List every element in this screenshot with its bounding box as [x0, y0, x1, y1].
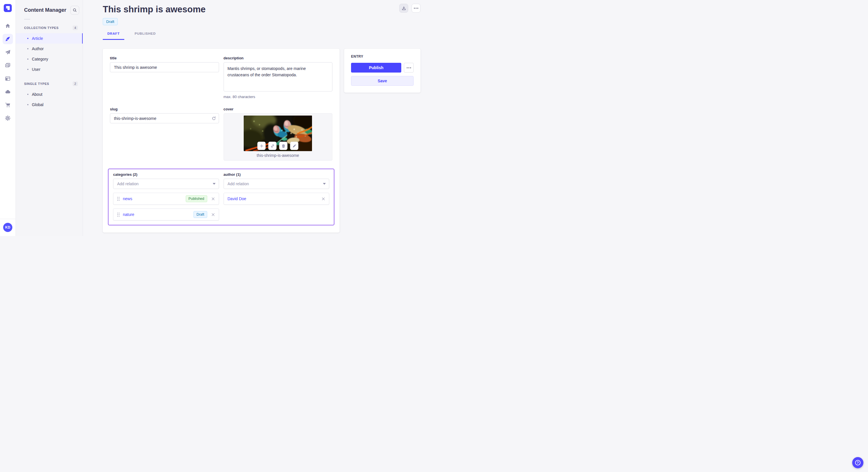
cover-label: cover	[224, 107, 333, 111]
bullet-icon	[27, 69, 28, 70]
slug-input[interactable]	[110, 113, 219, 123]
relation-status-badge: Published	[186, 195, 207, 202]
remove-relation-button[interactable]	[321, 197, 325, 201]
strapi-logo-icon	[4, 4, 12, 12]
user-avatar[interactable]: KD	[3, 223, 12, 232]
save-button[interactable]: Save	[351, 76, 414, 86]
field-description: description Mantis shrimps, or stomatopo…	[224, 56, 333, 99]
add-asset-button[interactable]	[257, 142, 266, 150]
section-label-single-types: SINGLE TYPES	[24, 82, 49, 86]
more-options-button[interactable]	[412, 4, 421, 12]
relation-link-nature[interactable]: nature	[123, 212, 134, 217]
layout-icon[interactable]	[3, 73, 13, 84]
divider-dash	[24, 19, 30, 20]
author-combobox	[224, 179, 330, 189]
status-badge: Draft	[103, 18, 118, 25]
version-tabs: DRAFT PUBLISHED	[103, 32, 421, 40]
relation-row-nature: nature Draft	[113, 208, 219, 221]
content-manager-sidebar: Content Manager COLLECTION TYPES 4 Artic…	[16, 0, 83, 236]
title-label: title	[110, 56, 219, 60]
categories-add-relation-input[interactable]	[113, 179, 219, 189]
publish-button[interactable]: Publish	[351, 63, 401, 72]
media-library-icon[interactable]	[3, 60, 13, 71]
sidebar-item-about[interactable]: About	[16, 89, 83, 100]
bullet-icon	[27, 38, 28, 39]
field-title: title	[110, 56, 219, 99]
cart-icon[interactable]	[3, 100, 13, 110]
description-hint: max. 80 characters	[224, 95, 333, 99]
slug-label: slug	[110, 107, 219, 111]
description-label: description	[224, 56, 333, 60]
relation-link-news[interactable]: news	[123, 196, 132, 201]
remove-relation-button[interactable]	[211, 197, 215, 201]
edit-asset-button[interactable]	[290, 142, 299, 150]
home-icon[interactable]	[3, 21, 13, 31]
entry-panel-title: ENTRY	[351, 55, 414, 59]
entry-more-button[interactable]	[404, 63, 414, 72]
bullet-icon	[27, 104, 28, 105]
author-add-relation-input[interactable]	[224, 179, 330, 189]
tab-draft[interactable]: DRAFT	[103, 32, 124, 40]
edit-form-card: title description Mantis shrimps, or sto…	[103, 49, 340, 233]
bullet-icon	[27, 94, 28, 95]
chevron-down-icon	[213, 183, 216, 185]
relation-link-david-doe[interactable]: David Doe	[228, 196, 246, 201]
import-export-button[interactable]	[399, 4, 408, 12]
bullet-icon	[27, 48, 28, 49]
field-slug: slug	[110, 107, 219, 161]
page-title: This shrimp is awesome	[103, 4, 421, 14]
relation-row-david-doe: David Doe	[224, 193, 330, 205]
more-horizontal-icon	[407, 67, 411, 68]
author-label: author (1)	[224, 172, 330, 177]
chevron-down-icon	[323, 183, 326, 185]
regenerate-slug-button[interactable]	[210, 114, 218, 122]
download-icon	[402, 6, 406, 11]
settings-gear-icon[interactable]	[3, 113, 13, 123]
relations-section: categories (2) news	[108, 169, 334, 225]
main-nav: KD	[0, 0, 16, 236]
cover-card: this-shrimp-is-awesome	[224, 113, 333, 161]
sidebar-item-article[interactable]: Article	[16, 33, 83, 43]
drag-handle-icon[interactable]	[117, 197, 120, 201]
more-horizontal-icon	[414, 8, 418, 9]
sidebar-item-global[interactable]: Global	[16, 100, 83, 110]
field-author: author (1) David Doe	[224, 172, 330, 221]
field-cover: cover	[224, 107, 333, 161]
tab-published[interactable]: PUBLISHED	[130, 32, 160, 40]
refresh-icon	[212, 116, 216, 121]
sidebar-item-user[interactable]: User	[16, 64, 83, 74]
field-categories: categories (2) news	[113, 172, 219, 221]
plus-icon	[259, 144, 264, 148]
sidebar-item-category[interactable]: Category	[16, 54, 83, 64]
section-label-collection-types: COLLECTION TYPES	[24, 26, 59, 30]
relation-status-badge: Draft	[193, 211, 207, 218]
subnav-title: Content Manager	[24, 7, 66, 13]
close-icon	[321, 197, 325, 201]
delete-asset-button[interactable]	[279, 142, 288, 150]
close-icon	[211, 213, 215, 216]
cover-filename: this-shrimp-is-awesome	[257, 153, 299, 158]
relation-row-news: news Published	[113, 193, 219, 205]
title-input[interactable]	[110, 62, 219, 72]
entry-panel: ENTRY Publish Save	[344, 49, 421, 93]
description-textarea[interactable]: Mantis shrimps, or stomatopods, are mari…	[224, 62, 333, 92]
trash-icon	[281, 144, 285, 148]
divider	[0, 219, 16, 219]
cloud-icon[interactable]	[3, 87, 13, 97]
send-icon[interactable]	[3, 47, 13, 57]
close-icon	[211, 197, 215, 201]
main-content: This shrimp is awesome Draft DRAFT PUBLI…	[83, 0, 434, 236]
copy-link-button[interactable]	[268, 142, 277, 150]
collection-types-count-badge: 4	[73, 26, 78, 30]
link-icon	[270, 144, 274, 148]
remove-relation-button[interactable]	[211, 213, 215, 216]
content-manager-icon[interactable]	[3, 34, 13, 44]
pencil-icon	[292, 144, 296, 148]
search-button[interactable]	[70, 6, 79, 14]
sidebar-item-author[interactable]: Author	[16, 43, 83, 54]
cover-image	[244, 115, 312, 151]
drag-handle-icon[interactable]	[117, 212, 120, 217]
search-icon	[73, 8, 77, 12]
single-types-count-badge: 2	[73, 81, 78, 86]
bullet-icon	[27, 59, 28, 60]
